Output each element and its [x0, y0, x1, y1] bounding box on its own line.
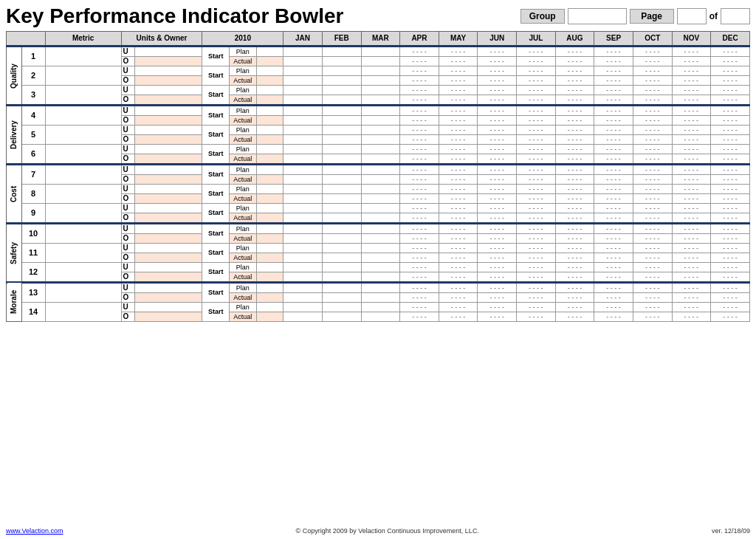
month-plan-cell[interactable]: - - - - — [517, 224, 556, 234]
month-actual-cell[interactable]: - - - - — [633, 312, 672, 322]
month-plan-cell[interactable]: - - - - — [478, 126, 517, 135]
month-plan-cell[interactable] — [284, 244, 323, 253]
month-plan-cell[interactable]: - - - - — [478, 165, 517, 175]
month-plan-cell[interactable]: - - - - — [672, 224, 711, 234]
month-actual-cell[interactable]: - - - - — [672, 116, 711, 126]
month-actual-cell[interactable]: - - - - — [672, 154, 711, 165]
month-plan-cell[interactable]: - - - - — [478, 47, 517, 57]
month-actual-cell[interactable]: - - - - — [594, 76, 633, 86]
month-actual-cell[interactable]: - - - - — [594, 57, 633, 66]
month-actual-cell[interactable]: - - - - — [555, 76, 594, 86]
month-actual-cell[interactable]: - - - - — [517, 95, 556, 106]
month-actual-cell[interactable]: - - - - — [439, 154, 478, 165]
metric-cell[interactable] — [45, 165, 121, 185]
month-plan-cell[interactable]: - - - - — [439, 204, 478, 213]
month-actual-cell[interactable]: - - - - — [633, 253, 672, 263]
month-plan-cell[interactable]: - - - - — [517, 66, 556, 76]
plan-value[interactable] — [256, 66, 284, 76]
month-actual-cell[interactable]: - - - - — [555, 95, 594, 106]
month-actual-cell[interactable]: - - - - — [633, 213, 672, 224]
month-actual-cell[interactable] — [284, 312, 323, 322]
month-plan-cell[interactable]: - - - - — [633, 145, 672, 154]
month-actual-cell[interactable] — [322, 116, 361, 126]
month-actual-cell[interactable]: - - - - — [439, 253, 478, 263]
month-actual-cell[interactable]: - - - - — [478, 253, 517, 263]
month-actual-cell[interactable]: - - - - — [594, 175, 633, 185]
month-plan-cell[interactable]: - - - - — [478, 86, 517, 95]
month-actual-cell[interactable] — [361, 272, 400, 283]
month-actual-cell[interactable]: - - - - — [555, 293, 594, 303]
units-value[interactable] — [134, 66, 202, 76]
month-plan-cell[interactable]: - - - - — [594, 47, 633, 57]
month-actual-cell[interactable]: - - - - — [633, 95, 672, 106]
month-actual-cell[interactable] — [361, 57, 400, 66]
metric-cell[interactable] — [45, 47, 121, 66]
month-plan-cell[interactable]: - - - - — [439, 224, 478, 234]
month-actual-cell[interactable]: - - - - — [594, 135, 633, 145]
month-plan-cell[interactable]: - - - - — [711, 145, 750, 154]
month-plan-cell[interactable]: - - - - — [439, 244, 478, 253]
month-actual-cell[interactable]: - - - - — [711, 175, 750, 185]
month-plan-cell[interactable]: - - - - — [517, 283, 556, 293]
month-actual-cell[interactable]: - - - - — [478, 272, 517, 283]
month-actual-cell[interactable]: - - - - — [711, 194, 750, 204]
month-plan-cell[interactable] — [284, 263, 323, 272]
month-plan-cell[interactable]: - - - - — [400, 283, 439, 293]
month-plan-cell[interactable] — [322, 283, 361, 293]
month-plan-cell[interactable]: - - - - — [478, 224, 517, 234]
month-plan-cell[interactable]: - - - - — [400, 224, 439, 234]
month-plan-cell[interactable] — [284, 126, 323, 135]
month-plan-cell[interactable]: - - - - — [439, 126, 478, 135]
actual-value[interactable] — [256, 312, 284, 322]
month-plan-cell[interactable]: - - - - — [517, 126, 556, 135]
month-plan-cell[interactable]: - - - - — [711, 185, 750, 194]
month-plan-cell[interactable]: - - - - — [517, 86, 556, 95]
month-actual-cell[interactable]: - - - - — [439, 293, 478, 303]
footer-link[interactable]: www.Velaction.com — [6, 527, 63, 535]
month-actual-cell[interactable]: - - - - — [478, 312, 517, 322]
plan-value[interactable] — [256, 303, 284, 312]
actual-value[interactable] — [256, 95, 284, 106]
month-plan-cell[interactable]: - - - - — [711, 224, 750, 234]
actual-value[interactable] — [256, 154, 284, 165]
month-actual-cell[interactable]: - - - - — [439, 135, 478, 145]
month-actual-cell[interactable]: - - - - — [478, 293, 517, 303]
month-actual-cell[interactable]: - - - - — [672, 293, 711, 303]
month-actual-cell[interactable]: - - - - — [555, 116, 594, 126]
month-actual-cell[interactable] — [361, 95, 400, 106]
month-actual-cell[interactable]: - - - - — [400, 293, 439, 303]
month-plan-cell[interactable]: - - - - — [672, 283, 711, 293]
month-actual-cell[interactable]: - - - - — [594, 234, 633, 244]
month-actual-cell[interactable]: - - - - — [555, 253, 594, 263]
month-plan-cell[interactable]: - - - - — [400, 204, 439, 213]
month-plan-cell[interactable]: - - - - — [439, 283, 478, 293]
month-actual-cell[interactable]: - - - - — [439, 57, 478, 66]
month-actual-cell[interactable]: - - - - — [711, 293, 750, 303]
month-actual-cell[interactable]: - - - - — [517, 234, 556, 244]
month-actual-cell[interactable]: - - - - — [478, 116, 517, 126]
month-plan-cell[interactable] — [361, 303, 400, 312]
month-actual-cell[interactable] — [361, 312, 400, 322]
owner-value[interactable] — [134, 312, 202, 322]
month-actual-cell[interactable]: - - - - — [711, 95, 750, 106]
month-plan-cell[interactable]: - - - - — [594, 165, 633, 175]
month-plan-cell[interactable] — [322, 106, 361, 116]
month-actual-cell[interactable]: - - - - — [400, 95, 439, 106]
month-actual-cell[interactable]: - - - - — [400, 234, 439, 244]
month-plan-cell[interactable] — [361, 47, 400, 57]
month-plan-cell[interactable]: - - - - — [439, 165, 478, 175]
actual-value[interactable] — [256, 253, 284, 263]
month-actual-cell[interactable]: - - - - — [594, 95, 633, 106]
month-plan-cell[interactable]: - - - - — [633, 47, 672, 57]
month-plan-cell[interactable] — [361, 283, 400, 293]
month-plan-cell[interactable] — [322, 204, 361, 213]
month-actual-cell[interactable] — [284, 57, 323, 66]
month-actual-cell[interactable]: - - - - — [633, 272, 672, 283]
owner-value[interactable] — [134, 116, 202, 126]
month-actual-cell[interactable] — [284, 76, 323, 86]
metric-cell[interactable] — [45, 86, 121, 106]
month-plan-cell[interactable]: - - - - — [478, 185, 517, 194]
actual-value[interactable] — [256, 57, 284, 66]
month-plan-cell[interactable] — [322, 303, 361, 312]
month-actual-cell[interactable]: - - - - — [517, 154, 556, 165]
